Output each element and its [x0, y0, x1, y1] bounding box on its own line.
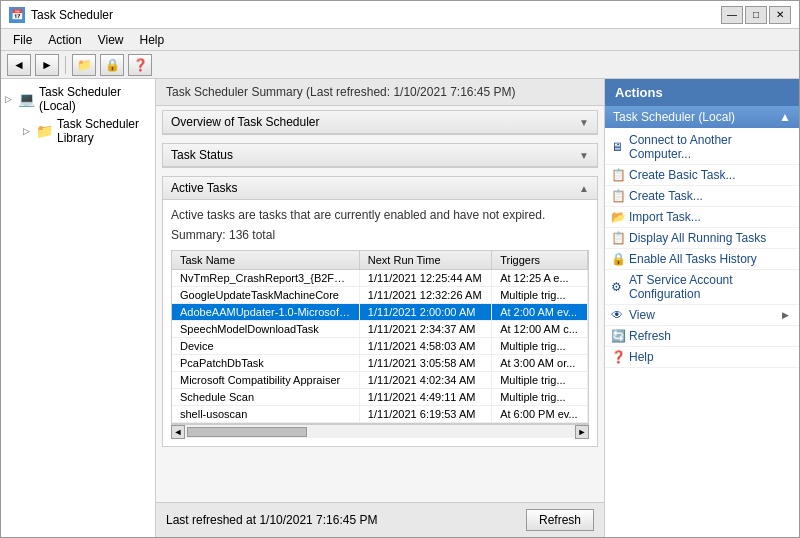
scroll-right-button[interactable]: ►	[575, 425, 589, 439]
action-item-label: Display All Running Tasks	[629, 231, 766, 245]
tasks-table-container[interactable]: Task Name Next Run Time Triggers NvTmRep…	[171, 250, 589, 424]
active-tasks-header[interactable]: Active Tasks ▲	[163, 177, 597, 200]
run-time-cell: 1/11/2021 6:19:53 AM	[359, 406, 491, 423]
table-row[interactable]: shell-usoscan1/11/2021 6:19:53 AMAt 6:00…	[172, 406, 588, 423]
action-item-label: Enable All Tasks History	[629, 252, 757, 266]
content-footer: Last refreshed at 1/10/2021 7:16:45 PM R…	[156, 502, 604, 537]
maximize-button[interactable]: □	[745, 6, 767, 24]
action-item-icon: ❓	[611, 350, 626, 364]
horizontal-scrollbar[interactable]: ◄ ►	[171, 424, 589, 438]
triggers-cell: At 12:25 A e...	[492, 270, 588, 287]
active-tasks-section: Active Tasks ▲ Active tasks are tasks th…	[162, 176, 598, 447]
table-row[interactable]: PcaPatchDbTask1/11/2021 3:05:58 AMAt 3:0…	[172, 355, 588, 372]
action-item[interactable]: ⚙AT Service Account Configuration	[605, 270, 799, 305]
task-name-cell: PcaPatchDbTask	[172, 355, 359, 372]
action-item-icon: 🔄	[611, 329, 626, 343]
scroll-thumb[interactable]	[187, 427, 307, 437]
active-tasks-desc: Active tasks are tasks that are currentl…	[171, 208, 589, 222]
footer-text: Last refreshed at 1/10/2021 7:16:45 PM	[166, 513, 377, 527]
run-time-cell: 1/11/2021 3:05:58 AM	[359, 355, 491, 372]
active-tasks-summary: Summary: 136 total	[171, 228, 589, 242]
col-task-name[interactable]: Task Name	[172, 251, 359, 270]
action-item[interactable]: 📂Import Task...	[605, 207, 799, 228]
actions-section-arrow-icon: ▲	[779, 110, 791, 124]
refresh-button[interactable]: Refresh	[526, 509, 594, 531]
tasks-table: Task Name Next Run Time Triggers NvTmRep…	[172, 251, 588, 423]
action-item-icon: 📋	[611, 168, 626, 182]
action-item-icon: ⚙	[611, 280, 622, 294]
close-button[interactable]: ✕	[769, 6, 791, 24]
toolbar-back[interactable]: ◄	[7, 54, 31, 76]
toolbar-help[interactable]: ❓	[128, 54, 152, 76]
tree-root[interactable]: ▷ 💻 Task Scheduler (Local)	[1, 83, 155, 115]
run-time-cell: 1/11/2021 12:25:44 AM	[359, 270, 491, 287]
content-header-text: Task Scheduler Summary (Last refreshed: …	[166, 85, 516, 99]
action-item[interactable]: ❓Help	[605, 347, 799, 368]
action-item-icon: 📋	[611, 189, 626, 203]
action-item[interactable]: 📋Create Task...	[605, 186, 799, 207]
menu-view[interactable]: View	[90, 31, 132, 49]
run-time-cell: 1/11/2021 4:58:03 AM	[359, 338, 491, 355]
actions-section-title[interactable]: Task Scheduler (Local) ▲	[605, 106, 799, 128]
main-area: ▷ 💻 Task Scheduler (Local) ▷ 📁 Task Sche…	[1, 79, 799, 537]
content-header: Task Scheduler Summary (Last refreshed: …	[156, 79, 604, 106]
table-row[interactable]: NvTmRep_CrashReport3_{B2FE1952-0186-46C.…	[172, 270, 588, 287]
tree-root-label: Task Scheduler (Local)	[39, 85, 151, 113]
action-item-label: Help	[629, 350, 654, 364]
task-status-section: Task Status ▼	[162, 143, 598, 168]
minimize-button[interactable]: —	[721, 6, 743, 24]
task-name-cell: SpeechModelDownloadTask	[172, 321, 359, 338]
tree-library[interactable]: ▷ 📁 Task Scheduler Library	[1, 115, 155, 147]
menu-help[interactable]: Help	[132, 31, 173, 49]
action-item-icon: 👁	[611, 308, 623, 322]
task-status-header[interactable]: Task Status ▼	[163, 144, 597, 167]
menu-action[interactable]: Action	[40, 31, 89, 49]
action-item[interactable]: 👁View▶	[605, 305, 799, 326]
action-item[interactable]: 🔄Refresh	[605, 326, 799, 347]
title-bar-left: 📅 Task Scheduler	[9, 7, 113, 23]
title-bar: 📅 Task Scheduler — □ ✕	[1, 1, 799, 29]
action-item[interactable]: 🔒Enable All Tasks History	[605, 249, 799, 270]
table-header: Task Name Next Run Time Triggers	[172, 251, 588, 270]
scroll-track[interactable]	[185, 427, 575, 437]
action-item-label: Create Basic Task...	[629, 168, 736, 182]
action-item[interactable]: 📋Display All Running Tasks	[605, 228, 799, 249]
action-item-label: Import Task...	[629, 210, 701, 224]
col-triggers[interactable]: Triggers	[492, 251, 588, 270]
active-tasks-body: Active tasks are tasks that are currentl…	[163, 200, 597, 446]
content-panel: Task Scheduler Summary (Last refreshed: …	[156, 79, 604, 537]
task-name-cell: Device	[172, 338, 359, 355]
app-icon: 📅	[9, 7, 25, 23]
toolbar-folder[interactable]: 📁	[72, 54, 96, 76]
run-time-cell: 1/11/2021 4:02:34 AM	[359, 372, 491, 389]
task-name-cell: AdobeAAMUpdater-1.0-MicrosoftAccount-pi.…	[172, 304, 359, 321]
action-item-icon: 🖥	[611, 140, 623, 154]
action-item[interactable]: 📋Create Basic Task...	[605, 165, 799, 186]
table-row[interactable]: Device1/11/2021 4:58:03 AMMultiple trig.…	[172, 338, 588, 355]
table-row[interactable]: Microsoft Compatibility Appraiser1/11/20…	[172, 372, 588, 389]
triggers-cell: At 6:00 PM ev...	[492, 406, 588, 423]
action-item[interactable]: 🖥Connect to Another Computer...	[605, 130, 799, 165]
submenu-arrow-icon: ▶	[782, 310, 789, 320]
overview-section-header[interactable]: Overview of Task Scheduler ▼	[163, 111, 597, 134]
task-name-cell: NvTmRep_CrashReport3_{B2FE1952-0186-46C.…	[172, 270, 359, 287]
window-controls: — □ ✕	[721, 6, 791, 24]
table-row[interactable]: SpeechModelDownloadTask1/11/2021 2:34:37…	[172, 321, 588, 338]
main-window: 📅 Task Scheduler — □ ✕ File Action View …	[0, 0, 800, 538]
action-item-label: Create Task...	[629, 189, 703, 203]
triggers-cell: Multiple trig...	[492, 372, 588, 389]
action-item-label: Connect to Another Computer...	[629, 133, 789, 161]
table-row[interactable]: AdobeAAMUpdater-1.0-MicrosoftAccount-pi.…	[172, 304, 588, 321]
menu-bar: File Action View Help	[1, 29, 799, 51]
col-run-time[interactable]: Next Run Time	[359, 251, 491, 270]
folder-icon: 📁	[36, 123, 53, 139]
toolbar-forward[interactable]: ►	[35, 54, 59, 76]
menu-file[interactable]: File	[5, 31, 40, 49]
table-row[interactable]: Schedule Scan1/11/2021 4:49:11 AMMultipl…	[172, 389, 588, 406]
overview-arrow-icon: ▼	[579, 117, 589, 128]
task-status-arrow-icon: ▼	[579, 150, 589, 161]
toolbar-lock[interactable]: 🔒	[100, 54, 124, 76]
table-row[interactable]: GoogleUpdateTaskMachineCore1/11/2021 12:…	[172, 287, 588, 304]
task-name-cell: shell-usoscan	[172, 406, 359, 423]
scroll-left-button[interactable]: ◄	[171, 425, 185, 439]
